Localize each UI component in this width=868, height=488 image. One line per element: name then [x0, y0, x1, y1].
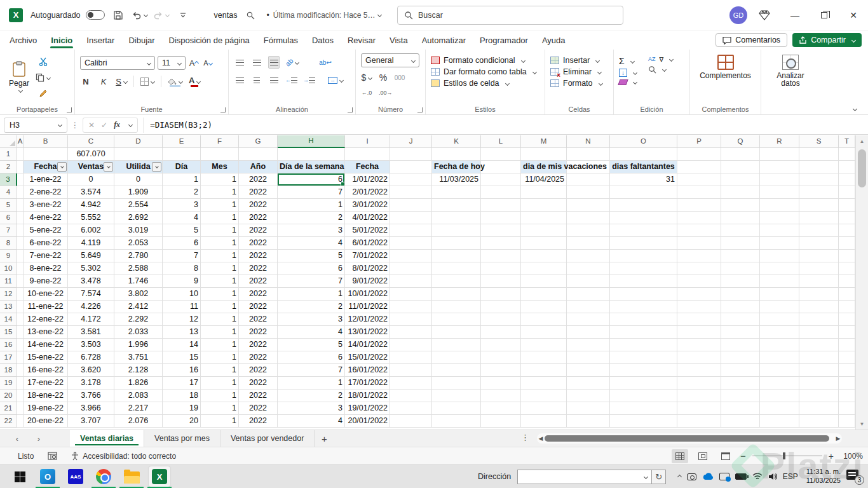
cell-M20[interactable]	[521, 390, 567, 402]
row-header-17[interactable]: 17	[0, 351, 17, 364]
row-header-5[interactable]: 5	[0, 199, 17, 212]
col-header-C[interactable]: C	[68, 135, 114, 148]
col-header-P[interactable]: P	[677, 135, 721, 148]
cell-R1[interactable]	[760, 148, 799, 161]
cell-R6[interactable]	[760, 212, 799, 224]
cell-H16[interactable]: 5	[278, 339, 345, 351]
row-header-6[interactable]: 6	[0, 212, 17, 224]
cell-A8[interactable]	[17, 237, 24, 250]
copy-icon[interactable]	[36, 71, 50, 84]
sheet-tab-ventas-por-vendedor[interactable]: Ventas por vendedor	[220, 430, 315, 447]
cell-O14[interactable]	[610, 313, 677, 326]
cell-R16[interactable]	[760, 339, 799, 351]
cell-N19[interactable]	[567, 377, 610, 390]
cell-C10[interactable]: 5.302	[68, 262, 114, 275]
cell-P1[interactable]	[677, 148, 721, 161]
cell-Q4[interactable]	[721, 186, 760, 199]
cell-Q5[interactable]	[721, 199, 760, 212]
cell-E20[interactable]: 18	[163, 390, 201, 402]
taskbar-file-explorer[interactable]	[121, 466, 142, 487]
cell-I6[interactable]: 4/01/2022	[345, 212, 390, 224]
cell-T5[interactable]	[839, 199, 855, 212]
cell-D14[interactable]: 2.292	[114, 313, 163, 326]
cell-T20[interactable]	[839, 390, 855, 402]
cell-I15[interactable]: 13/01/2022	[345, 326, 390, 339]
cell-L18[interactable]	[481, 364, 521, 377]
cell-Q16[interactable]	[721, 339, 760, 351]
formula-input[interactable]: =DIASEM(B3;2)	[143, 118, 863, 133]
cell-B19[interactable]: 17-ene-22	[24, 377, 68, 390]
cell-P3[interactable]	[677, 173, 721, 186]
cell-G5[interactable]: 2022	[239, 199, 278, 212]
cell-Q11[interactable]	[721, 275, 760, 288]
filter-button-C[interactable]	[104, 162, 113, 172]
cell-N22[interactable]	[567, 415, 610, 428]
cell-N3[interactable]	[567, 173, 610, 186]
macro-record-icon[interactable]	[48, 452, 57, 460]
cell-H12[interactable]: 1	[278, 288, 345, 301]
cell-I2[interactable]: Fecha	[345, 161, 390, 173]
cell-R17[interactable]	[760, 351, 799, 364]
hscroll-right-icon[interactable]: ▶	[834, 435, 842, 442]
paste-chevron[interactable]	[18, 88, 22, 93]
cell-L14[interactable]	[481, 313, 521, 326]
cell-S14[interactable]	[799, 313, 839, 326]
cell-T11[interactable]	[839, 275, 855, 288]
cell-R20[interactable]	[760, 390, 799, 402]
wrap-text-icon[interactable]: ab↩	[319, 56, 332, 69]
cell-Q20[interactable]	[721, 390, 760, 402]
cell-F20[interactable]: 1	[201, 390, 239, 402]
row-header-1[interactable]: 1	[0, 148, 17, 161]
cell-B6[interactable]: 4-ene-22	[24, 212, 68, 224]
cell-O8[interactable]	[610, 237, 677, 250]
cell-N18[interactable]	[567, 364, 610, 377]
cell-N6[interactable]	[567, 212, 610, 224]
row-header-21[interactable]: 21	[0, 402, 17, 415]
select-all-button[interactable]	[0, 135, 17, 148]
cell-N17[interactable]	[567, 351, 610, 364]
cell-L4[interactable]	[481, 186, 521, 199]
cell-S9[interactable]	[799, 250, 839, 262]
col-header-G[interactable]: G	[239, 135, 278, 148]
cell-Q22[interactable]	[721, 415, 760, 428]
enter-formula-icon[interactable]: ✓	[101, 121, 107, 130]
cell-O13[interactable]	[610, 301, 677, 313]
cell-M10[interactable]	[521, 262, 567, 275]
cell-S20[interactable]	[799, 390, 839, 402]
cell-T8[interactable]	[839, 237, 855, 250]
accessibility-status[interactable]: Accesibilidad: todo correcto	[71, 452, 176, 461]
cell-S16[interactable]	[799, 339, 839, 351]
insert-cells-button[interactable]: Insertar	[550, 56, 608, 65]
cell-C5[interactable]: 4.942	[68, 199, 114, 212]
col-header-R[interactable]: R	[760, 135, 799, 148]
cell-A4[interactable]	[17, 186, 24, 199]
align-center-icon[interactable]	[251, 74, 262, 86]
cell-P7[interactable]	[677, 224, 721, 237]
cell-L6[interactable]	[481, 212, 521, 224]
restore-button[interactable]	[810, 0, 839, 30]
bold-button[interactable]: N	[80, 75, 92, 88]
cell-E10[interactable]: 8	[163, 262, 201, 275]
cell-D1[interactable]	[114, 148, 163, 161]
cell-B13[interactable]: 11-ene-22	[24, 301, 68, 313]
cell-K8[interactable]	[432, 237, 481, 250]
ribbon-tab-programador[interactable]: Programador	[473, 33, 535, 48]
cell-P15[interactable]	[677, 326, 721, 339]
row-header-22[interactable]: 22	[0, 415, 17, 428]
cell-K22[interactable]	[432, 415, 481, 428]
font-dialog-launcher[interactable]	[220, 107, 226, 112]
zoom-in-button[interactable]: +	[829, 451, 834, 461]
cell-K6[interactable]	[432, 212, 481, 224]
row-header-20[interactable]: 20	[0, 390, 17, 402]
decrease-indent-icon[interactable]: ←	[285, 74, 297, 86]
cell-J16[interactable]	[390, 339, 432, 351]
cell-C18[interactable]: 3.620	[68, 364, 114, 377]
cell-D12[interactable]: 3.802	[114, 288, 163, 301]
scroll-up-icon[interactable]: ▲	[856, 135, 868, 147]
cell-L17[interactable]	[481, 351, 521, 364]
cell-I16[interactable]: 14/01/2022	[345, 339, 390, 351]
row-header-4[interactable]: 4	[0, 186, 17, 199]
cell-D3[interactable]: 0	[114, 173, 163, 186]
cell-L1[interactable]	[481, 148, 521, 161]
cell-T16[interactable]	[839, 339, 855, 351]
